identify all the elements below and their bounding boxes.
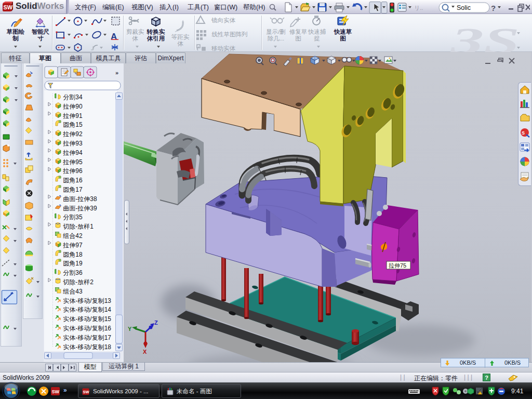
svg-text:SW: SW: [52, 389, 60, 394]
svg-text:Y: Y: [128, 326, 132, 332]
svg-text:SW: SW: [83, 390, 90, 394]
svg-text:»: »: [63, 387, 67, 394]
svg-text:»: »: [115, 70, 118, 76]
svg-text:?: ?: [491, 4, 496, 12]
svg-text:ЗS: ЗS: [450, 20, 520, 52]
svg-text:Z: Z: [154, 320, 158, 326]
svg-text:SW: SW: [4, 4, 13, 10]
svg-text:S: S: [522, 130, 525, 136]
svg-text:Solic: Solic: [457, 4, 471, 11]
svg-text:A: A: [111, 32, 117, 42]
svg-text:拉伸75: 拉伸75: [389, 262, 406, 269]
svg-text:X: X: [143, 349, 147, 355]
svg-text:!: !: [198, 18, 200, 23]
svg-text:リ..: リ..: [414, 5, 423, 11]
